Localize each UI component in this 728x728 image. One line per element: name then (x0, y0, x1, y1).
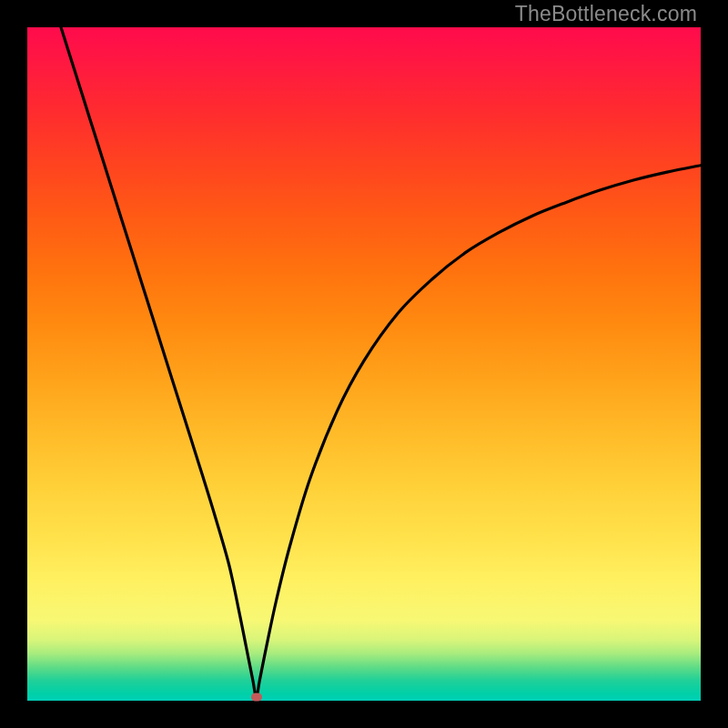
minimum-marker (251, 693, 262, 702)
chart-container: TheBottleneck.com (0, 0, 728, 728)
curve-layer (27, 27, 701, 701)
watermark-text: TheBottleneck.com (515, 2, 697, 26)
bottleneck-curve (61, 27, 701, 697)
plot-area (27, 27, 701, 701)
